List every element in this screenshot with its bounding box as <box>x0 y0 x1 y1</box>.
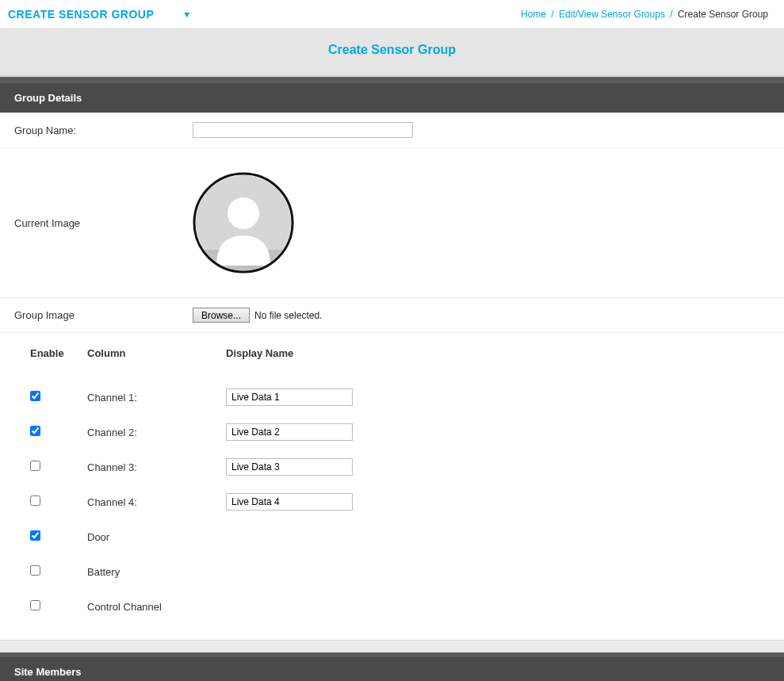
breadcrumb-current: Create Sensor Group <box>678 9 768 20</box>
channel-label: Battery <box>87 566 226 578</box>
col-header-enable: Enable <box>30 347 87 359</box>
group-name-input[interactable] <box>193 122 413 138</box>
svg-point-4 <box>228 197 259 229</box>
section-header-group-details: Group Details <box>0 83 784 113</box>
breadcrumb: Home / Edit/View Sensor Groups / Create … <box>521 9 768 20</box>
channel-enable-checkbox[interactable] <box>30 391 40 401</box>
avatar-icon <box>193 172 294 274</box>
channel-label: Channel 3: <box>87 461 226 473</box>
chevron-down-icon: ▼ <box>182 10 191 19</box>
channel-label: Channel 1: <box>87 392 226 404</box>
channel-row: Channel 4: <box>30 484 770 519</box>
breadcrumb-parent[interactable]: Edit/View Sensor Groups <box>559 9 665 20</box>
channel-label: Control Channel <box>87 601 226 613</box>
breadcrumb-separator: / <box>551 9 553 20</box>
page-title: CREATE SENSOR GROUP <box>8 8 154 21</box>
row-group-image: Group Image Browse... No file selected. <box>0 298 784 333</box>
channel-enable-checkbox[interactable] <box>30 461 40 471</box>
browse-button[interactable]: Browse... <box>193 308 250 323</box>
channel-label: Door <box>87 531 226 543</box>
channels-header: Enable Column Display Name <box>30 347 770 359</box>
panel-gap <box>0 640 784 652</box>
col-header-display: Display Name <box>226 347 770 359</box>
channel-enable-checkbox[interactable] <box>30 600 40 610</box>
channel-enable-checkbox[interactable] <box>30 495 40 506</box>
row-group-name: Group Name: <box>0 113 784 148</box>
label-group-image: Group Image <box>14 309 193 321</box>
divider <box>0 77 784 83</box>
channels-table: Enable Column Display Name Channel 1:Cha… <box>0 333 784 640</box>
label-current-image: Current Image <box>14 217 193 229</box>
channel-row: Battery <box>30 554 770 589</box>
channel-row: Channel 1: <box>30 380 770 415</box>
channel-display-input[interactable] <box>226 423 353 441</box>
row-current-image: Current Image <box>0 148 784 298</box>
channel-row: Channel 2: <box>30 415 770 450</box>
breadcrumb-separator: / <box>670 9 672 20</box>
group-details-panel: Group Name: Current Image Group Image Br… <box>0 113 784 640</box>
section-header-site-members: Site Members <box>0 657 784 681</box>
file-status-text: No file selected. <box>254 310 322 321</box>
breadcrumb-home[interactable]: Home <box>521 9 546 20</box>
channel-enable-checkbox[interactable] <box>30 565 40 576</box>
page-heading-dropdown[interactable]: CREATE SENSOR GROUP ▼ <box>8 8 192 21</box>
channel-display-input[interactable] <box>226 493 353 511</box>
channel-row: Control Channel <box>30 589 770 624</box>
channel-display-input[interactable] <box>226 458 353 476</box>
col-header-column: Column <box>87 347 226 359</box>
top-bar: CREATE SENSOR GROUP ▼ Home / Edit/View S… <box>0 0 784 29</box>
channel-label: Channel 4: <box>87 496 226 508</box>
hero-banner: Create Sensor Group <box>0 29 784 77</box>
channel-enable-checkbox[interactable] <box>30 426 40 436</box>
hero-title: Create Sensor Group <box>0 43 784 57</box>
channel-display-input[interactable] <box>226 388 353 406</box>
channel-enable-checkbox[interactable] <box>30 530 40 541</box>
avatar-placeholder <box>193 172 294 274</box>
channel-label: Channel 2: <box>87 427 226 438</box>
channel-row: Door <box>30 519 770 554</box>
channel-row: Channel 3: <box>30 450 770 484</box>
label-group-name: Group Name: <box>14 124 193 136</box>
